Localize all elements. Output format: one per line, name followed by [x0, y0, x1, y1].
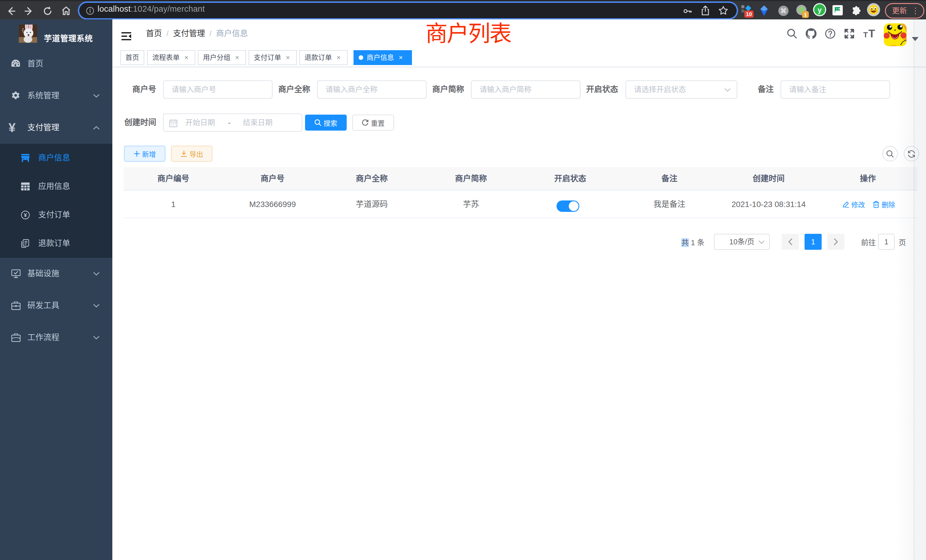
svg-text:10: 10 [746, 11, 752, 17]
svg-text:T: T [869, 28, 875, 39]
svg-text:T: T [863, 30, 868, 39]
svg-text:1: 1 [804, 12, 807, 18]
svg-text:y: y [818, 6, 822, 14]
svg-text:¥: ¥ [24, 212, 27, 218]
svg-text:⌘: ⌘ [780, 8, 787, 15]
